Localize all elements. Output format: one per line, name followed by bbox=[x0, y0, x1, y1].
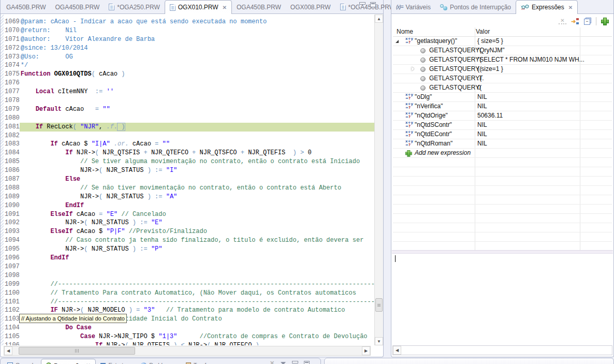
code-line[interactable]: 1085 // Se tiver alguma movimentação no … bbox=[1, 157, 374, 166]
code-line[interactable]: 1077 Local cItemNNY := '' bbox=[1, 88, 374, 96]
close-icon[interactable]: ✕ bbox=[568, 5, 573, 10]
column-header-value[interactable]: Valor bbox=[476, 28, 490, 35]
code-line[interactable]: 1105 Case NJR->NJR_TIPO $ "1|3" //Contra… bbox=[1, 332, 374, 341]
bottom-tab-depuração[interactable]: Depuração✕ bbox=[41, 359, 95, 364]
expression-row[interactable]: x+y=?"nQtdOrige"50636.11 bbox=[393, 111, 612, 121]
code-line[interactable]: 1070@return: Nil bbox=[1, 26, 374, 35]
editor-vertical-scrollbar[interactable]: ▲ ▼ bbox=[374, 14, 383, 345]
code-line[interactable]: 1084 If NJR->( NJR_QTSFIS + NJR_QTEFCO +… bbox=[1, 149, 374, 157]
expression-row[interactable]: x+y=?"getlastquery()"{ size=5 } bbox=[393, 37, 612, 46]
show-logical-structure-icon[interactable]: ➜ bbox=[571, 18, 579, 25]
expressions-table-header[interactable]: Nome Valor bbox=[393, 27, 612, 37]
code-line[interactable]: 1089 NJR->( NJR_STATUS ) := "A" bbox=[1, 193, 374, 201]
tab-expressions[interactable]: x= Expressões ✕ bbox=[516, 0, 578, 14]
bottom-tab-problemas[interactable]: Problemas bbox=[136, 359, 181, 364]
bottom-tab-tarefas[interactable]: Tarefas bbox=[181, 359, 217, 364]
code-line[interactable]: 1091 ElseIf cAcao = "E" // Cancelado bbox=[1, 210, 374, 219]
code-line[interactable]: 1069@param: cAcao - Indicar a acao que e… bbox=[1, 18, 374, 26]
watch-expression-icon: x+y=? bbox=[405, 103, 414, 110]
code-line[interactable]: 1094 // Caso contrato ja tenha sido fina… bbox=[1, 236, 374, 245]
bottom-tab-estrutura[interactable]: Estrutura bbox=[96, 359, 137, 364]
expression-row[interactable]: x+y=?"nQtdRoman"NIL bbox=[393, 139, 612, 149]
code-line[interactable]: 1079 Default cAcao = "" bbox=[1, 105, 374, 114]
editor-window-buttons bbox=[359, 2, 376, 7]
add-new-expression-row[interactable]: Add new expression bbox=[393, 149, 612, 158]
filter-icon[interactable] bbox=[281, 362, 286, 364]
scroll-up-icon[interactable]: ▲ bbox=[375, 14, 383, 23]
minimize-icon[interactable] bbox=[292, 361, 298, 364]
code-line[interactable]: 1098 bbox=[1, 271, 374, 280]
tasks-icon bbox=[186, 362, 191, 364]
code-editor[interactable]: 1069@param: cAcao - Indicar a acao que e… bbox=[1, 14, 374, 345]
expression-detail-pane[interactable] bbox=[392, 254, 613, 344]
maximize-icon[interactable] bbox=[304, 361, 310, 364]
code-line[interactable]: 1087 Else bbox=[1, 175, 374, 184]
add-expression-icon[interactable] bbox=[601, 18, 608, 24]
editor-tab-ogx010prw[interactable]: OGX010.PRW✕ bbox=[165, 0, 232, 14]
scroll-down-icon[interactable]: ▼ bbox=[375, 337, 383, 345]
code-line[interactable]: 1071@author: Vitor Alexandre de Barba bbox=[1, 35, 374, 44]
column-header-name[interactable]: Nome bbox=[397, 28, 413, 35]
code-line[interactable]: 1106 If NJR->( NJR_QTEFIS ) < NJR->( NJR… bbox=[1, 341, 374, 345]
minimize-icon[interactable] bbox=[359, 2, 365, 7]
scroll-left-icon[interactable]: ◀ bbox=[4, 346, 12, 355]
remove-all-icon[interactable]: ✕ bbox=[270, 360, 274, 364]
expression-row[interactable]: x+y=?"nQtdEContr"NIL bbox=[393, 130, 612, 139]
show-type-names-icon[interactable]: ✕ bbox=[559, 18, 566, 24]
code-line[interactable]: 1072@since: 13/10/2014 bbox=[1, 44, 374, 53]
code-line[interactable]: 1095 NJR->( NJR_STATUS ) := "P" bbox=[1, 245, 374, 254]
code-line[interactable]: 1086 NJR->( NJR_STATUS ) := "I" bbox=[1, 166, 374, 175]
code-line[interactable]: 1078 bbox=[1, 96, 374, 105]
code-text: @return: Nil bbox=[20, 26, 374, 35]
scroll-left-icon[interactable]: ◀ bbox=[393, 346, 401, 355]
code-line[interactable]: 1100 // Tratamento Para contrato Automat… bbox=[1, 289, 374, 298]
editor-tab-ogx008prw[interactable]: OGX008.PRW bbox=[286, 1, 335, 13]
maximize-icon[interactable] bbox=[370, 2, 376, 7]
editor-tab-oga450bprw[interactable]: OGA450B.PRW bbox=[232, 1, 286, 13]
editor-horizontal-scrollbar[interactable]: ◀ ▶ bbox=[4, 346, 371, 356]
editor-tab-oga250prw[interactable]: *OGA250.PRW bbox=[104, 1, 164, 13]
code-line[interactable]: 1101 //---------------------------------… bbox=[1, 298, 374, 307]
code-line[interactable]: 1074*/ bbox=[1, 61, 374, 70]
expression-row[interactable]: GETLASTQUERY(0 bbox=[393, 83, 612, 93]
expression-row[interactable]: GETLASTQUERY("QryNJM" bbox=[393, 46, 612, 55]
code-line[interactable]: 1075Function OGX010QTDS( cAcao ) bbox=[1, 70, 374, 79]
code-line[interactable]: 1080 bbox=[1, 114, 374, 123]
code-line[interactable]: 1092 NJR->( NJR_STATUS ) := "E" bbox=[1, 219, 374, 227]
expression-row[interactable]: x+y=?"nVerifica"NIL bbox=[393, 102, 612, 111]
vertical-scroll-thumb[interactable] bbox=[375, 298, 383, 312]
expression-row[interactable]: x+y=?"oDlg"NIL bbox=[393, 93, 612, 102]
code-line[interactable]: 1083 If cAcao $ "I|A" .or. cAcao = "" bbox=[1, 140, 374, 149]
expression-row[interactable]: GETLASTQUERY(.T. bbox=[393, 74, 612, 83]
tab-variables[interactable]: (x)= Variáveis bbox=[391, 1, 435, 13]
expression-row[interactable]: x+y=?"nQtdSContr"NIL bbox=[393, 121, 612, 130]
code-line[interactable]: 1088 // Se não tiver movimentação no con… bbox=[1, 184, 374, 193]
code-line[interactable]: 1096 EndIf bbox=[1, 254, 374, 263]
detail-pane-sash[interactable] bbox=[392, 250, 613, 254]
code-line[interactable]: 1082 bbox=[1, 132, 374, 140]
code-line[interactable]: 1076 bbox=[1, 79, 374, 88]
expression-name: GETLASTQUERY( bbox=[429, 55, 481, 64]
code-line[interactable]: 1090 EndIf bbox=[1, 201, 374, 210]
bottom-tab-console[interactable]: Console bbox=[3, 359, 41, 364]
expression-row[interactable]: GETLASTQUERY({ size=1 } bbox=[393, 65, 612, 74]
scroll-right-icon[interactable]: ▶ bbox=[362, 346, 370, 355]
expander-collapsed-icon[interactable] bbox=[412, 67, 414, 71]
code-line[interactable]: 1097 bbox=[1, 263, 374, 271]
expander-expanded-icon[interactable] bbox=[396, 40, 399, 43]
code-line[interactable]: 1073@Uso: OG bbox=[1, 53, 374, 62]
expression-row[interactable]: GETLASTQUERY("SELECT * FROM NJM010 NJM W… bbox=[393, 55, 612, 65]
horizontal-scroll-thumb[interactable] bbox=[19, 347, 135, 355]
tab-breakpoints[interactable]: Pontos de Interrupção bbox=[435, 1, 516, 13]
collapse-all-icon[interactable] bbox=[584, 18, 591, 25]
editor-tab-ga450bprw[interactable]: GA450B.PRW bbox=[2, 1, 50, 13]
code-line[interactable]: 1099 //---------------------------------… bbox=[1, 280, 374, 289]
debug-horizontal-scrollbar[interactable]: ◀ bbox=[392, 345, 612, 355]
code-line[interactable]: 1093 ElseIf cAcao $ "P|F" //Previsto/Fin… bbox=[1, 227, 374, 236]
code-line-current[interactable]: 1081 If RecLock( "NJR", .f. ) bbox=[1, 123, 374, 132]
bottom-tab-label: Problemas bbox=[149, 362, 177, 364]
close-icon[interactable]: ✕ bbox=[223, 5, 227, 10]
editor-tab-oga450bprw[interactable]: OGA450B.PRW bbox=[50, 1, 104, 13]
code-text bbox=[20, 132, 374, 140]
code-line[interactable]: 1104 Do Case bbox=[1, 324, 374, 332]
